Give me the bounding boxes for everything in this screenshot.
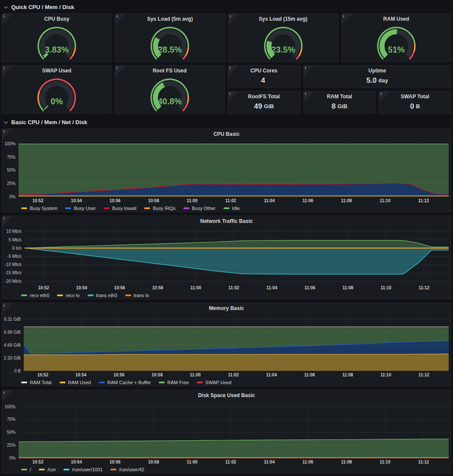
panel-title[interactable]: Network Traffic Basic (2, 216, 451, 226)
legend-item-ram-used[interactable]: RAM Used (60, 380, 91, 385)
legend-item--run-user-42[interactable]: /run/user/42 (110, 467, 145, 472)
gauge-value-text: 40.8% (158, 97, 182, 106)
info-icon[interactable]: i (3, 66, 5, 70)
legend-label: Busy Iowait (112, 206, 136, 211)
legend-item-recv-eth0[interactable]: recv eth0 (21, 293, 49, 298)
panel-title[interactable]: SWAP Total (379, 91, 451, 102)
section-title: Basic CPU / Mem / Net / Disk (11, 119, 87, 125)
info-icon[interactable]: i (3, 14, 5, 18)
legend-item--[interactable]: / (21, 467, 31, 472)
legend-item-trans-lo[interactable]: trans lo (125, 293, 149, 298)
stat-value: 8GiB (304, 102, 375, 113)
gauge-cpu-busy: 3.83% (2, 24, 111, 60)
x-axis-tick-label: 11:00 (187, 198, 198, 203)
info-icon[interactable]: i (305, 91, 306, 96)
y-axis-tick-label: 0% (9, 456, 16, 460)
series-area-recv-eth0 (25, 241, 449, 248)
network-traffic-legend: recv eth0recv lotrans eth0trans lo (2, 291, 451, 299)
legend-swatch (104, 207, 110, 209)
gauge-value-arc (46, 107, 46, 108)
gauge-threshold-arc (70, 56, 72, 59)
info-icon[interactable]: i (305, 66, 306, 70)
info-icon[interactable]: i (116, 14, 118, 18)
x-axis-tick-label: 11:12 (418, 285, 429, 290)
panel-ram-total: i RAM Total 8GiB (303, 91, 376, 114)
disk-space-chart[interactable]: 0%25%50%75%100%10:5210:5410:5610:5811:00… (2, 401, 451, 465)
x-axis-tick-label: 10:56 (110, 460, 121, 464)
legend-swatch (223, 207, 230, 209)
x-axis-tick-label: 11:12 (418, 373, 429, 377)
legend-swatch (60, 382, 66, 383)
gauge-threshold-arc (187, 95, 188, 103)
legend-item-busy-irqs[interactable]: Busy IRQs (144, 206, 176, 211)
panel-title[interactable]: CPU Busy (2, 14, 111, 24)
cpu-basic-chart[interactable]: 0%25%50%75%100%10:5210:5410:5610:5811:00… (2, 139, 451, 204)
panel-title[interactable]: RAM Used (342, 14, 451, 24)
info-icon[interactable]: i (230, 14, 231, 18)
legend-item-busy-system[interactable]: Busy System (21, 206, 57, 211)
legend-item-busy-user[interactable]: Busy User (65, 206, 96, 211)
info-icon[interactable]: i (3, 303, 5, 307)
panel-title[interactable]: RootFS Total (228, 91, 300, 102)
legend-item-ram-cache-buffer[interactable]: RAM Cache + Buffer (99, 380, 151, 385)
legend-item--run[interactable]: /run (39, 467, 56, 472)
panel-title[interactable]: Root FS Used (115, 66, 224, 76)
section-header-basic[interactable]: Basic CPU / Mem / Net / Disk (2, 117, 451, 127)
series-area-- (19, 439, 449, 458)
legend-swatch (57, 294, 63, 296)
info-icon[interactable]: i (230, 91, 231, 96)
stat-unit: GiB (337, 103, 347, 110)
legend-item-swap-used[interactable]: SWAP Used (197, 380, 232, 385)
x-axis-tick-label: 10:52 (32, 460, 44, 464)
info-icon[interactable]: i (343, 14, 344, 18)
info-icon[interactable]: i (3, 390, 5, 395)
panel-title[interactable]: Uptime (304, 66, 451, 76)
gauge-root-fs-used: 40.8% (115, 76, 224, 112)
stat-value: 4 (228, 76, 300, 88)
panel-title[interactable]: Sys Load (15m avg) (229, 14, 338, 24)
x-axis-tick-label: 11:04 (267, 285, 277, 290)
gauge-value-text: 3.83% (45, 45, 69, 54)
info-icon[interactable]: i (381, 91, 382, 96)
legend-item-idle[interactable]: Idle (223, 206, 240, 211)
x-axis-tick-label: 10:58 (151, 373, 163, 377)
panel-title[interactable]: SWAP Used (2, 66, 111, 76)
legend-item-recv-lo[interactable]: recv lo (57, 293, 79, 298)
info-icon[interactable]: i (3, 216, 5, 220)
memory-basic-chart[interactable]: 0 B2.33 GiB4.66 GiB6.98 GiB9.31 GiB10:52… (2, 313, 451, 378)
info-icon[interactable]: i (116, 66, 118, 70)
legend-label: recv eth0 (30, 293, 49, 298)
legend-swatch (99, 382, 105, 383)
info-icon[interactable]: i (3, 129, 5, 133)
legend-label: Busy System (30, 206, 57, 211)
panel-root-fs-used: i Root FS Used 40.8% (115, 65, 225, 114)
legend-label: RAM Cache + Buffer (107, 380, 151, 385)
legend-item--run-user-1001[interactable]: /run/user/1001 (63, 467, 103, 472)
y-axis-tick-label: 10 Mb/s (6, 229, 22, 234)
legend-item-ram-free[interactable]: RAM Free (159, 380, 189, 385)
panel-title[interactable]: Sys Load (5m avg) (115, 14, 224, 24)
y-axis-tick-label: 50% (7, 168, 16, 172)
legend-item-ram-total[interactable]: RAM Total (21, 380, 52, 385)
network-traffic-chart[interactable]: 10 Mb/s5 Mb/s0 b/s-5 Mb/s-10 Mb/s-15 Mb/… (2, 226, 451, 291)
x-axis-tick-label: 11:06 (302, 460, 313, 464)
panel-title[interactable]: Memory Basic (2, 303, 451, 313)
x-axis-tick-label: 10:52 (38, 285, 49, 290)
panel-title[interactable]: RAM Total (304, 91, 375, 102)
x-axis-tick-label: 10:58 (148, 460, 159, 464)
y-axis-tick-label: 100% (4, 141, 16, 146)
legend-item-busy-iowait[interactable]: Busy Iowait (104, 206, 136, 211)
panel-title[interactable]: Disk Space Used Basic (2, 390, 451, 401)
legend-swatch (159, 382, 165, 383)
legend-item-trans-eth0[interactable]: trans eth0 (88, 293, 117, 298)
panel-title[interactable]: CPU Basic (2, 129, 451, 139)
x-axis-tick-label: 10:56 (113, 373, 125, 377)
panel-cpu-cores: i CPU Cores 4 (228, 65, 300, 88)
info-icon[interactable]: i (230, 66, 231, 70)
section-header-quick[interactable]: Quick CPU / Mem / Disk (2, 2, 451, 12)
panel-title[interactable]: CPU Cores (228, 66, 300, 76)
gauge-value-text: 0% (50, 97, 63, 106)
gauge-row-1: i CPU Busy 3.83% i Sys Load (5m avg) 28.… (2, 13, 451, 62)
legend-item-busy-other[interactable]: Busy Other (183, 206, 216, 211)
gauge-threshold-arc (183, 56, 186, 59)
